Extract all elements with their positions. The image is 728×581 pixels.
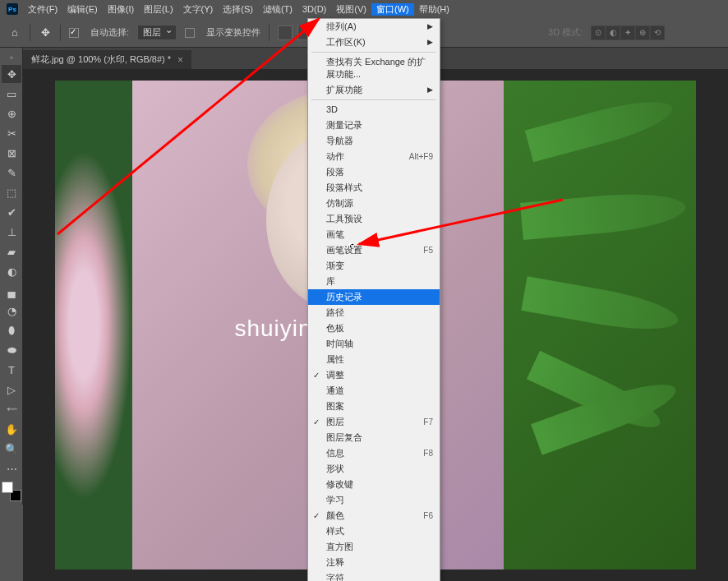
menu-item-调整[interactable]: ✓调整 [308,367,440,383]
show-transform-label: 显示变换控件 [206,26,260,39]
menu-item-工作区(K)[interactable]: 工作区(K)▶ [308,35,440,50]
tool-4[interactable]: ⊠ [2,144,21,162]
menu-item-信息[interactable]: 信息F8 [308,445,440,461]
menu-item-通道[interactable]: 通道 [308,383,440,399]
color-swatch[interactable] [2,482,21,501]
menu-item-时间轴[interactable]: 时间轴 [308,336,440,352]
menu-layer[interactable]: 图层(L) [139,3,177,16]
menu-item-测量记录[interactable]: 测量记录 [308,118,440,133]
menu-item-样式[interactable]: 样式 [308,523,440,539]
menu-item-修改键[interactable]: 修改键 [308,477,440,492]
tool-17[interactable]: ⬳ [2,400,21,418]
tool-1[interactable]: ▭ [2,85,21,103]
menu-item-工具预设[interactable]: 工具预设 [308,211,440,227]
tool-19[interactable]: 🔍 [2,440,21,458]
collapse-icon[interactable]: » [2,52,21,63]
menu-item-画笔设置[interactable]: 画笔设置F5 [308,242,440,258]
tool-0[interactable]: ✥ [2,65,21,83]
menu-bar: Ps 文件(F) 编辑(E) 图像(I) 图层(L) 文字(Y) 选择(S) 滤… [0,0,728,18]
menu-item-仿制源[interactable]: 仿制源 [308,196,440,211]
3d-mode-5[interactable]: ⟲ [650,25,665,40]
tool-7[interactable]: ✔ [2,203,21,221]
menu-item-形状[interactable]: 形状 [308,461,440,477]
tool-5[interactable]: ✎ [2,164,21,182]
menu-item-动作[interactable]: 动作Alt+F9 [308,149,440,164]
tools-panel: » ✥▭⊕✂⊠✎⬚✔⊥▰◐▄◔⬮⬬T▷⬳✋🔍⋯ [0,48,23,505]
tool-13[interactable]: ⬮ [2,321,21,339]
menu-image[interactable]: 图像(I) [103,3,139,16]
menu-item-段落[interactable]: 段落 [308,164,440,180]
tool-3[interactable]: ✂ [2,124,21,142]
menu-item-直方图[interactable]: 直方图 [308,539,440,555]
menu-window[interactable]: 窗口(W) [371,3,414,16]
tool-6[interactable]: ⬚ [2,183,21,201]
menu-view[interactable]: 视图(V) [331,3,371,16]
menu-item-属性[interactable]: 属性 [308,352,440,367]
layer-dropdown[interactable]: 图层 [137,25,177,40]
menu-separator [311,52,436,53]
menu-filter[interactable]: 滤镜(T) [258,3,297,16]
3d-mode-1[interactable]: ⊙ [591,25,606,40]
align-icon-1[interactable] [278,25,293,40]
watermark-text: shuiyin [234,316,311,342]
menu-item-学习[interactable]: 学习 [308,492,440,508]
menu-item-色板[interactable]: 色板 [308,320,440,336]
menu-item-渐变[interactable]: 渐变 [308,258,440,274]
menu-item-颜色[interactable]: ✓颜色F6 [308,508,440,523]
menu-item-图层[interactable]: ✓图层F7 [308,414,440,430]
auto-select-checkbox[interactable] [69,28,79,38]
menu-file[interactable]: 文件(F) [23,3,62,16]
menu-edit[interactable]: 编辑(E) [62,3,103,16]
menu-item-字符[interactable]: 字符 [308,570,440,581]
ps-logo-icon: Ps [7,3,18,15]
menu-type[interactable]: 文字(Y) [178,3,219,16]
menu-item-排列(A)[interactable]: 排列(A)▶ [308,19,440,35]
menu-item-画笔[interactable]: 画笔 [308,227,440,242]
menu-item-扩展功能[interactable]: 扩展功能▶ [308,82,440,98]
document-tab[interactable]: 鲜花.jpg @ 100% (水印, RGB/8#) * × [23,50,191,69]
menu-item-段落样式[interactable]: 段落样式 [308,180,440,196]
tool-9[interactable]: ▰ [2,242,21,261]
menu-item-3D[interactable]: 3D [308,102,440,118]
document-tab-title: 鲜花.jpg @ 100% (水印, RGB/8#) * [31,53,171,66]
menu-3d[interactable]: 3D(D) [297,4,331,14]
menu-item-图层复合[interactable]: 图层复合 [308,430,440,445]
show-transform-checkbox[interactable] [185,28,195,38]
tool-15[interactable]: T [2,361,21,379]
cursor-icon: ↖ [348,239,357,252]
menu-item-路径[interactable]: 路径 [308,305,440,320]
3d-mode-4[interactable]: ⊕ [635,25,650,40]
tool-18[interactable]: ✋ [2,420,21,438]
tool-14[interactable]: ⬬ [2,341,21,359]
window-dropdown-menu: 排列(A)▶工作区(K)▶查找有关 Exchange 的扩展功能...扩展功能▶… [307,18,440,581]
move-tool-icon[interactable]: ✥ [39,26,52,39]
3d-mode-3[interactable]: ✦ [620,25,635,40]
home-icon[interactable]: ⌂ [8,26,21,39]
auto-select-label: 自动选择: [90,26,129,39]
tool-10[interactable]: ◐ [2,262,21,280]
menu-item-注释[interactable]: 注释 [308,555,440,570]
mode-3d-label: 3D 模式: [548,26,583,39]
menu-select[interactable]: 选择(S) [218,3,258,16]
tool-16[interactable]: ▷ [2,380,21,399]
menu-item-查找有关 Exchange 的扩展功能...[interactable]: 查找有关 Exchange 的扩展功能... [308,54,440,82]
tool-2[interactable]: ⊕ [2,104,21,122]
menu-item-库[interactable]: 库 [308,274,440,289]
menu-help[interactable]: 帮助(H) [414,3,454,16]
tool-12[interactable]: ◔ [2,302,21,320]
tool-more[interactable]: ⋯ [2,459,21,477]
menu-item-历史记录[interactable]: 历史记录 [308,289,440,305]
menu-item-图案[interactable]: 图案 [308,399,440,414]
menu-item-导航器[interactable]: 导航器 [308,133,440,149]
tool-8[interactable]: ⊥ [2,223,21,241]
menu-separator [311,99,436,100]
tool-11[interactable]: ▄ [2,282,21,300]
close-icon[interactable]: × [177,54,183,66]
3d-mode-2[interactable]: ◐ [606,25,620,40]
